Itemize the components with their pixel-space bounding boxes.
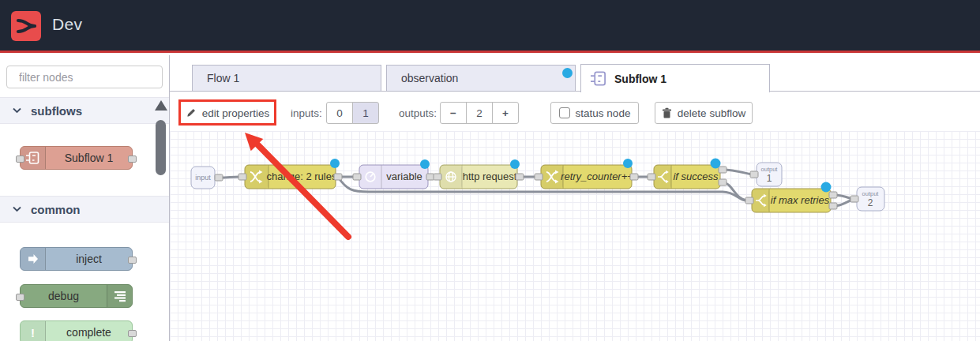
exclamation-icon: ! bbox=[21, 321, 46, 341]
palette-search[interactable] bbox=[6, 66, 163, 88]
flow-node-http-request[interactable]: http request bbox=[440, 165, 517, 189]
node-output-port bbox=[128, 330, 137, 337]
button-label: delete subflow bbox=[678, 107, 745, 119]
node-label: variable bbox=[386, 170, 422, 182]
outputs-count: 2 bbox=[466, 102, 493, 124]
trash-icon bbox=[662, 107, 672, 118]
delete-subflow-button[interactable]: delete subflow bbox=[655, 102, 753, 124]
node-label: if success bbox=[673, 170, 719, 182]
search-input[interactable] bbox=[19, 71, 162, 84]
flow-node-change-2-rules[interactable]: change: 2 rules bbox=[245, 165, 337, 189]
app-title: Dev bbox=[52, 15, 82, 34]
subflow-toolbar: edit properties inputs: 0 1 outputs: − 2… bbox=[170, 92, 980, 131]
flow-node-retry-counter[interactable]: retry_counter++ bbox=[541, 165, 633, 189]
debug-lines-icon bbox=[107, 285, 132, 307]
status-node-toggle[interactable]: status node bbox=[550, 102, 639, 124]
node-label: retry_counter++ bbox=[561, 170, 633, 182]
node-label: input bbox=[195, 174, 211, 182]
node-input-port bbox=[16, 294, 24, 301]
palette-node-complete[interactable]: ! complete bbox=[20, 320, 133, 341]
node-input-port bbox=[16, 156, 24, 163]
tab-flow-1[interactable]: Flow 1 bbox=[192, 65, 381, 92]
node-label: change: 2 rules bbox=[267, 170, 337, 182]
palette-node-label: Subflow 1 bbox=[46, 152, 132, 164]
tab-observation[interactable]: observation bbox=[386, 65, 576, 92]
inputs-0-button[interactable]: 0 bbox=[326, 102, 353, 124]
chevron-down-icon bbox=[13, 107, 21, 114]
tab-label: Subflow 1 bbox=[614, 73, 666, 85]
node-output-port bbox=[128, 257, 137, 264]
pencil-icon bbox=[186, 107, 197, 118]
node-red-logo-icon bbox=[11, 11, 41, 41]
palette-scroll-up[interactable] bbox=[155, 100, 167, 111]
tab-label: Flow 1 bbox=[207, 72, 239, 84]
node-label: http request bbox=[463, 170, 517, 182]
node-caption: output bbox=[761, 166, 779, 173]
node-label: if max retries bbox=[771, 194, 830, 206]
outputs-label: outputs: bbox=[399, 102, 437, 124]
tab-label: observation bbox=[401, 72, 458, 84]
modified-dot bbox=[562, 68, 573, 78]
palette-section-subflows[interactable]: subflows bbox=[0, 97, 169, 124]
chevron-down-icon bbox=[13, 206, 21, 212]
node-caption: output bbox=[862, 190, 880, 197]
header: Dev bbox=[0, 0, 980, 53]
flow-node-variable[interactable]: variable bbox=[359, 165, 428, 189]
button-label: edit properties bbox=[202, 107, 270, 119]
flow-node-if-success[interactable]: if success bbox=[654, 165, 720, 189]
flow-node-output-1[interactable]: output 1 bbox=[757, 163, 782, 186]
palette-node-debug[interactable]: debug bbox=[20, 284, 133, 308]
node-label: 1 bbox=[767, 173, 772, 184]
palette-sidebar: subflows Subflow 1 common bbox=[0, 55, 170, 341]
section-label: subflows bbox=[31, 104, 82, 118]
outputs-decrease-button[interactable]: − bbox=[440, 102, 467, 124]
node-red-editor: Dev subflows Subflow 1 bbox=[0, 0, 980, 341]
palette-node-label: debug bbox=[21, 290, 107, 302]
palette-node-label: inject bbox=[46, 253, 132, 265]
outputs-increase-button[interactable]: + bbox=[492, 102, 519, 124]
button-label: status node bbox=[576, 107, 631, 119]
palette-node-inject[interactable]: inject bbox=[20, 247, 133, 271]
inputs-1-button[interactable]: 1 bbox=[352, 102, 379, 124]
inject-arrow-icon bbox=[21, 248, 46, 270]
inputs-label: inputs: bbox=[291, 102, 322, 124]
edit-properties-button[interactable]: edit properties bbox=[182, 102, 273, 124]
workspace-tabbar: Flow 1 observation Subflow 1 bbox=[170, 55, 980, 92]
node-label: 2 bbox=[868, 197, 873, 208]
flow-node-output-2[interactable]: output 2 bbox=[857, 187, 884, 211]
tab-subflow-1[interactable]: Subflow 1 bbox=[580, 64, 770, 92]
status-node-checkbox[interactable] bbox=[559, 107, 570, 118]
subflow-tab-icon bbox=[591, 70, 607, 87]
flow-canvas[interactable]: input change: 2 rules bbox=[170, 131, 980, 341]
palette-node-subflow[interactable]: Subflow 1 bbox=[20, 146, 133, 170]
node-output-port bbox=[128, 156, 137, 163]
palette-node-label: complete bbox=[46, 326, 132, 339]
palette-section-common[interactable]: common bbox=[0, 196, 169, 223]
flow-node-input[interactable]: input bbox=[191, 167, 215, 189]
palette-scrollbar[interactable] bbox=[156, 120, 166, 175]
flow-node-if-max-retries[interactable]: if max retries bbox=[752, 189, 831, 212]
section-label: common bbox=[31, 203, 81, 216]
